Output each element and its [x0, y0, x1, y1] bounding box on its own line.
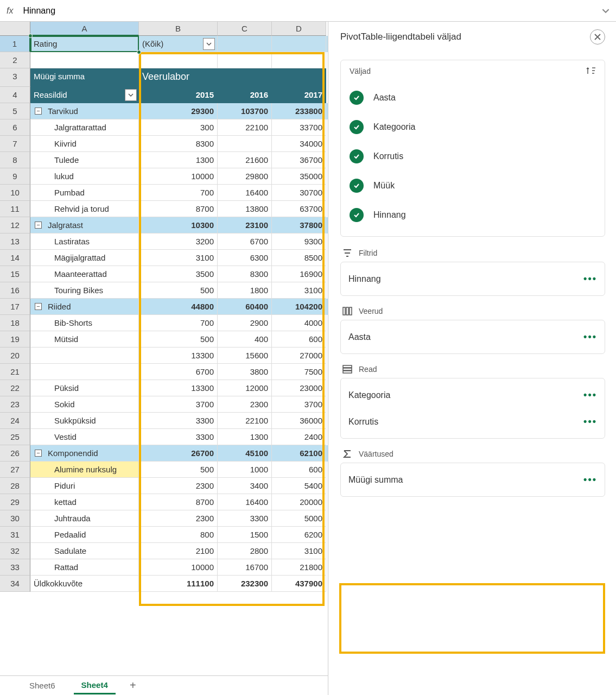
cell[interactable]: Jalgratast: [30, 217, 139, 233]
cell[interactable]: 29800: [218, 168, 272, 185]
cell[interactable]: 1800: [218, 282, 272, 299]
row-header[interactable]: 3: [0, 68, 30, 87]
cell[interactable]: 8700: [139, 494, 218, 510]
cell[interactable]: 15600: [218, 348, 272, 364]
cell[interactable]: [30, 364, 139, 380]
formula-dropdown-icon[interactable]: [602, 7, 609, 15]
cell[interactable]: 12000: [218, 380, 272, 396]
cell[interactable]: Maanteerattad: [30, 266, 139, 282]
row-header[interactable]: 16: [0, 282, 30, 299]
cell[interactable]: 3100: [272, 543, 326, 559]
row-header[interactable]: 19: [0, 331, 30, 348]
row-header[interactable]: 17: [0, 299, 30, 315]
cell[interactable]: Piduri: [30, 478, 139, 494]
formula-input[interactable]: [22, 4, 593, 18]
cell[interactable]: 104200: [272, 299, 326, 315]
cell[interactable]: 3300: [218, 510, 272, 527]
cell[interactable]: 233800: [272, 103, 326, 119]
cell[interactable]: 21600: [218, 152, 272, 168]
cell[interactable]: 103700: [218, 103, 272, 119]
cell[interactable]: 500: [139, 282, 218, 299]
cell[interactable]: 2300: [139, 478, 218, 494]
cell[interactable]: [272, 52, 326, 68]
row-header[interactable]: 22: [0, 380, 30, 396]
cell[interactable]: Rehvid ja torud: [30, 201, 139, 217]
field-item[interactable]: Aasta: [350, 83, 596, 112]
cell[interactable]: 111100: [139, 576, 218, 592]
cell[interactable]: 16700: [218, 559, 272, 576]
cell[interactable]: 700: [139, 185, 218, 201]
cell[interactable]: 34000: [272, 136, 326, 152]
row-header[interactable]: 21: [0, 364, 30, 380]
cell[interactable]: Mägijalgrattad: [30, 250, 139, 266]
field-item[interactable]: Hinnang: [350, 200, 596, 230]
dropzone-item[interactable]: Müügi summa•••: [346, 466, 599, 493]
cell[interactable]: 45100: [218, 445, 272, 462]
cell[interactable]: 10000: [139, 559, 218, 576]
row-header[interactable]: 33: [0, 559, 30, 576]
cell[interactable]: Touring Bikes: [30, 282, 139, 299]
cell[interactable]: 2016: [218, 87, 272, 103]
row-header[interactable]: 26: [0, 445, 30, 462]
cell[interactable]: 6700: [218, 233, 272, 250]
row-labels-dropdown-button[interactable]: [125, 89, 137, 101]
row-header[interactable]: 10: [0, 185, 30, 201]
row-header[interactable]: 11: [0, 201, 30, 217]
cell[interactable]: [30, 348, 139, 364]
row-header[interactable]: 4: [0, 87, 30, 103]
columns-dropzone[interactable]: Aasta•••: [340, 320, 605, 354]
cell[interactable]: 22100: [218, 413, 272, 429]
col-header-C[interactable]: C: [218, 22, 272, 36]
cell[interactable]: 8300: [218, 266, 272, 282]
cell[interactable]: 6300: [218, 250, 272, 266]
cell[interactable]: 10300: [139, 217, 218, 233]
cell[interactable]: Kiivrid: [30, 136, 139, 152]
row-header[interactable]: 30: [0, 510, 30, 527]
collapse-button[interactable]: −: [35, 303, 42, 310]
row-header[interactable]: 12: [0, 217, 30, 233]
row-header[interactable]: 15: [0, 266, 30, 282]
cell[interactable]: Pumbad: [30, 185, 139, 201]
cell[interactable]: 800: [139, 527, 218, 543]
row-header[interactable]: 23: [0, 396, 30, 413]
cell[interactable]: Rattad: [30, 559, 139, 576]
cell[interactable]: 22100: [218, 119, 272, 136]
cell[interactable]: 6200: [272, 527, 326, 543]
row-header[interactable]: 20: [0, 348, 30, 364]
cell[interactable]: Riided: [30, 299, 139, 315]
dropzone-item[interactable]: Hinnang•••: [346, 266, 599, 292]
cell[interactable]: 16400: [218, 185, 272, 201]
cell[interactable]: 7500: [272, 364, 326, 380]
cell[interactable]: 29300: [139, 103, 218, 119]
cell[interactable]: Lastiratas: [30, 233, 139, 250]
row-header[interactable]: 24: [0, 413, 30, 429]
field-item[interactable]: Korrutis: [350, 142, 596, 171]
cell[interactable]: 2800: [218, 543, 272, 559]
cell[interactable]: 13300: [139, 348, 218, 364]
cell[interactable]: 63700: [272, 201, 326, 217]
filter-dropdown-button[interactable]: [203, 38, 215, 50]
cell[interactable]: 13800: [218, 201, 272, 217]
cell[interactable]: Sadulate: [30, 543, 139, 559]
cell[interactable]: 5400: [272, 478, 326, 494]
sheet-tab[interactable]: Sheet4: [74, 677, 116, 694]
cell[interactable]: 37800: [272, 217, 326, 233]
cell[interactable]: 1500: [218, 527, 272, 543]
collapse-button[interactable]: −: [35, 450, 42, 457]
row-header[interactable]: 32: [0, 543, 30, 559]
cell[interactable]: lukud: [30, 168, 139, 185]
filters-dropzone[interactable]: Hinnang•••: [340, 262, 605, 296]
cell[interactable]: 2300: [139, 510, 218, 527]
cell[interactable]: 2015: [139, 87, 218, 103]
more-button[interactable]: •••: [583, 389, 597, 401]
selection-handle[interactable]: [28, 34, 33, 38]
row-header[interactable]: 1: [0, 36, 30, 52]
cell[interactable]: Reasildid: [30, 87, 139, 103]
cell[interactable]: 700: [139, 315, 218, 331]
cell[interactable]: 1000: [218, 462, 272, 478]
dropzone-item[interactable]: Aasta•••: [346, 324, 599, 350]
cell[interactable]: 500: [139, 462, 218, 478]
sort-fields-button[interactable]: [586, 67, 596, 75]
cell[interactable]: [218, 36, 272, 52]
cell[interactable]: Veerulabor: [139, 68, 218, 87]
